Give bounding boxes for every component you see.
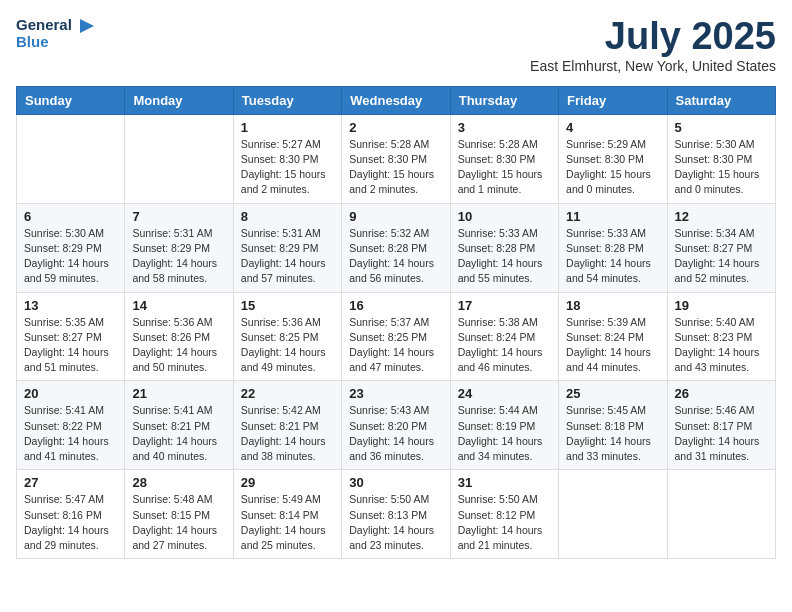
day-info: Sunrise: 5:34 AM Sunset: 8:27 PM Dayligh…: [675, 226, 768, 287]
calendar-cell: 11Sunrise: 5:33 AM Sunset: 8:28 PM Dayli…: [559, 203, 667, 292]
calendar-cell: 10Sunrise: 5:33 AM Sunset: 8:28 PM Dayli…: [450, 203, 558, 292]
calendar-cell: 25Sunrise: 5:45 AM Sunset: 8:18 PM Dayli…: [559, 381, 667, 470]
calendar-cell: 29Sunrise: 5:49 AM Sunset: 8:14 PM Dayli…: [233, 470, 341, 559]
col-header-tuesday: Tuesday: [233, 86, 341, 114]
day-info: Sunrise: 5:37 AM Sunset: 8:25 PM Dayligh…: [349, 315, 442, 376]
calendar-cell: [125, 114, 233, 203]
day-info: Sunrise: 5:28 AM Sunset: 8:30 PM Dayligh…: [458, 137, 551, 198]
day-info: Sunrise: 5:38 AM Sunset: 8:24 PM Dayligh…: [458, 315, 551, 376]
day-info: Sunrise: 5:47 AM Sunset: 8:16 PM Dayligh…: [24, 492, 117, 553]
calendar-cell: 20Sunrise: 5:41 AM Sunset: 8:22 PM Dayli…: [17, 381, 125, 470]
calendar-cell: 6Sunrise: 5:30 AM Sunset: 8:29 PM Daylig…: [17, 203, 125, 292]
logo-arrow-icon: [76, 19, 94, 33]
calendar-cell: 16Sunrise: 5:37 AM Sunset: 8:25 PM Dayli…: [342, 292, 450, 381]
day-number: 15: [241, 298, 334, 313]
calendar-cell: 28Sunrise: 5:48 AM Sunset: 8:15 PM Dayli…: [125, 470, 233, 559]
day-number: 20: [24, 386, 117, 401]
calendar-cell: 7Sunrise: 5:31 AM Sunset: 8:29 PM Daylig…: [125, 203, 233, 292]
day-info: Sunrise: 5:30 AM Sunset: 8:30 PM Dayligh…: [675, 137, 768, 198]
day-number: 26: [675, 386, 768, 401]
day-info: Sunrise: 5:44 AM Sunset: 8:19 PM Dayligh…: [458, 403, 551, 464]
calendar-cell: 3Sunrise: 5:28 AM Sunset: 8:30 PM Daylig…: [450, 114, 558, 203]
logo-blue: Blue: [16, 33, 94, 50]
day-number: 23: [349, 386, 442, 401]
day-info: Sunrise: 5:46 AM Sunset: 8:17 PM Dayligh…: [675, 403, 768, 464]
calendar-cell: 1Sunrise: 5:27 AM Sunset: 8:30 PM Daylig…: [233, 114, 341, 203]
calendar-cell: 19Sunrise: 5:40 AM Sunset: 8:23 PM Dayli…: [667, 292, 775, 381]
day-number: 31: [458, 475, 551, 490]
day-info: Sunrise: 5:40 AM Sunset: 8:23 PM Dayligh…: [675, 315, 768, 376]
day-info: Sunrise: 5:45 AM Sunset: 8:18 PM Dayligh…: [566, 403, 659, 464]
day-number: 30: [349, 475, 442, 490]
day-number: 25: [566, 386, 659, 401]
day-info: Sunrise: 5:30 AM Sunset: 8:29 PM Dayligh…: [24, 226, 117, 287]
day-number: 4: [566, 120, 659, 135]
calendar-cell: 22Sunrise: 5:42 AM Sunset: 8:21 PM Dayli…: [233, 381, 341, 470]
calendar-cell: 4Sunrise: 5:29 AM Sunset: 8:30 PM Daylig…: [559, 114, 667, 203]
day-number: 5: [675, 120, 768, 135]
day-info: Sunrise: 5:32 AM Sunset: 8:28 PM Dayligh…: [349, 226, 442, 287]
calendar-cell: 9Sunrise: 5:32 AM Sunset: 8:28 PM Daylig…: [342, 203, 450, 292]
col-header-wednesday: Wednesday: [342, 86, 450, 114]
day-info: Sunrise: 5:41 AM Sunset: 8:21 PM Dayligh…: [132, 403, 225, 464]
calendar-cell: 8Sunrise: 5:31 AM Sunset: 8:29 PM Daylig…: [233, 203, 341, 292]
calendar-cell: 15Sunrise: 5:36 AM Sunset: 8:25 PM Dayli…: [233, 292, 341, 381]
day-number: 16: [349, 298, 442, 313]
title-block: July 2025 East Elmhurst, New York, Unite…: [530, 16, 776, 74]
calendar-cell: 5Sunrise: 5:30 AM Sunset: 8:30 PM Daylig…: [667, 114, 775, 203]
day-number: 21: [132, 386, 225, 401]
day-info: Sunrise: 5:43 AM Sunset: 8:20 PM Dayligh…: [349, 403, 442, 464]
location-subtitle: East Elmhurst, New York, United States: [530, 58, 776, 74]
day-info: Sunrise: 5:36 AM Sunset: 8:26 PM Dayligh…: [132, 315, 225, 376]
col-header-thursday: Thursday: [450, 86, 558, 114]
calendar-cell: [17, 114, 125, 203]
day-number: 9: [349, 209, 442, 224]
day-number: 10: [458, 209, 551, 224]
day-info: Sunrise: 5:31 AM Sunset: 8:29 PM Dayligh…: [241, 226, 334, 287]
day-number: 1: [241, 120, 334, 135]
calendar-cell: 27Sunrise: 5:47 AM Sunset: 8:16 PM Dayli…: [17, 470, 125, 559]
calendar-cell: 23Sunrise: 5:43 AM Sunset: 8:20 PM Dayli…: [342, 381, 450, 470]
day-number: 27: [24, 475, 117, 490]
calendar-cell: [559, 470, 667, 559]
logo-general: General: [16, 16, 94, 33]
day-info: Sunrise: 5:49 AM Sunset: 8:14 PM Dayligh…: [241, 492, 334, 553]
day-number: 28: [132, 475, 225, 490]
calendar-cell: 26Sunrise: 5:46 AM Sunset: 8:17 PM Dayli…: [667, 381, 775, 470]
calendar-cell: [667, 470, 775, 559]
calendar-cell: 13Sunrise: 5:35 AM Sunset: 8:27 PM Dayli…: [17, 292, 125, 381]
calendar-cell: 14Sunrise: 5:36 AM Sunset: 8:26 PM Dayli…: [125, 292, 233, 381]
day-number: 12: [675, 209, 768, 224]
day-info: Sunrise: 5:33 AM Sunset: 8:28 PM Dayligh…: [566, 226, 659, 287]
calendar-cell: 30Sunrise: 5:50 AM Sunset: 8:13 PM Dayli…: [342, 470, 450, 559]
day-number: 11: [566, 209, 659, 224]
day-number: 7: [132, 209, 225, 224]
logo: General Blue: [16, 16, 94, 51]
day-number: 14: [132, 298, 225, 313]
day-info: Sunrise: 5:28 AM Sunset: 8:30 PM Dayligh…: [349, 137, 442, 198]
day-info: Sunrise: 5:27 AM Sunset: 8:30 PM Dayligh…: [241, 137, 334, 198]
calendar-cell: 2Sunrise: 5:28 AM Sunset: 8:30 PM Daylig…: [342, 114, 450, 203]
day-info: Sunrise: 5:50 AM Sunset: 8:12 PM Dayligh…: [458, 492, 551, 553]
calendar-cell: 21Sunrise: 5:41 AM Sunset: 8:21 PM Dayli…: [125, 381, 233, 470]
col-header-monday: Monday: [125, 86, 233, 114]
calendar-cell: 24Sunrise: 5:44 AM Sunset: 8:19 PM Dayli…: [450, 381, 558, 470]
day-info: Sunrise: 5:42 AM Sunset: 8:21 PM Dayligh…: [241, 403, 334, 464]
month-title: July 2025: [530, 16, 776, 58]
calendar-cell: 17Sunrise: 5:38 AM Sunset: 8:24 PM Dayli…: [450, 292, 558, 381]
col-header-saturday: Saturday: [667, 86, 775, 114]
day-number: 22: [241, 386, 334, 401]
day-number: 13: [24, 298, 117, 313]
day-number: 24: [458, 386, 551, 401]
day-info: Sunrise: 5:29 AM Sunset: 8:30 PM Dayligh…: [566, 137, 659, 198]
day-info: Sunrise: 5:39 AM Sunset: 8:24 PM Dayligh…: [566, 315, 659, 376]
day-info: Sunrise: 5:36 AM Sunset: 8:25 PM Dayligh…: [241, 315, 334, 376]
calendar-cell: 18Sunrise: 5:39 AM Sunset: 8:24 PM Dayli…: [559, 292, 667, 381]
page-header: General Blue July 2025 East Elmhurst, Ne…: [16, 16, 776, 74]
day-number: 8: [241, 209, 334, 224]
day-number: 3: [458, 120, 551, 135]
day-info: Sunrise: 5:31 AM Sunset: 8:29 PM Dayligh…: [132, 226, 225, 287]
day-number: 2: [349, 120, 442, 135]
col-header-sunday: Sunday: [17, 86, 125, 114]
col-header-friday: Friday: [559, 86, 667, 114]
